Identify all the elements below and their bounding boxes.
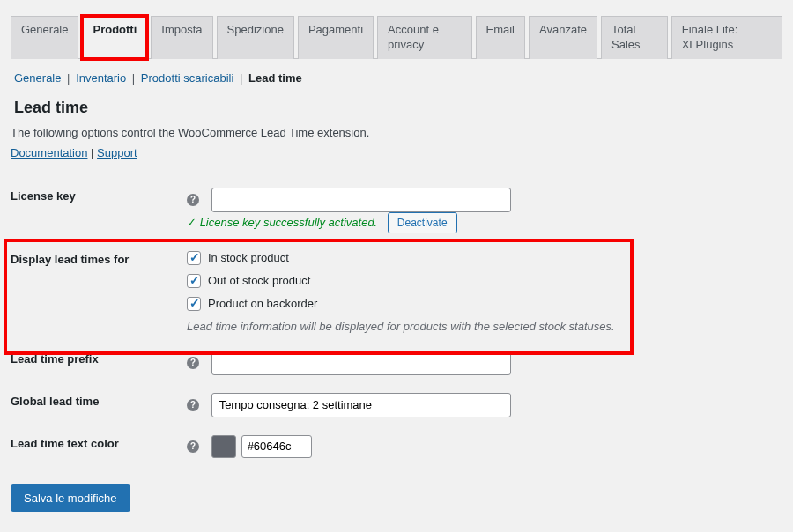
checkbox-out-of-stock[interactable] [187, 274, 201, 288]
subnav-inventario[interactable]: Inventario [76, 71, 126, 85]
checkbox-in-stock[interactable] [187, 251, 201, 265]
tab-spedizione[interactable]: Spedizione [217, 16, 294, 59]
sub-nav: Generale | Inventario | Prodotti scarica… [14, 71, 782, 85]
tab-imposta[interactable]: Imposta [151, 16, 212, 59]
tab-finale-lite[interactable]: Finale Lite: XLPlugins [671, 16, 782, 59]
tab-avanzate[interactable]: Avanzate [529, 16, 597, 59]
global-lead-time-input[interactable] [211, 393, 511, 417]
section-title: Lead time [14, 99, 782, 117]
help-icon[interactable]: ? [187, 440, 199, 453]
lead-time-prefix-label: Lead time prefix [11, 342, 187, 384]
tab-total-sales[interactable]: Total Sales [601, 16, 668, 59]
lead-time-color-label: Lead time text color [11, 426, 187, 467]
tab-email[interactable]: Email [476, 16, 526, 59]
tab-account-privacy[interactable]: Account e privacy [377, 16, 471, 59]
separator: | [67, 71, 70, 85]
support-link[interactable]: Support [97, 146, 137, 159]
license-status: License key successfully activated. [187, 216, 377, 229]
display-lead-times-label: Display lead times for [11, 242, 187, 342]
subnav-generale[interactable]: Generale [14, 71, 61, 85]
tab-pagamenti[interactable]: Pagamenti [298, 16, 374, 59]
subnav-prodotti-scaricabili[interactable]: Prodotti scaricabili [141, 71, 234, 85]
global-lead-time-label: Global lead time [11, 384, 187, 426]
settings-form: License key ? License key successfully a… [11, 179, 782, 467]
separator: | [132, 71, 135, 85]
tab-generale[interactable]: Generale [11, 16, 78, 59]
option-out-of-stock: Out of stock product [208, 274, 310, 287]
save-button[interactable]: Salva le modifiche [11, 484, 130, 512]
doc-links: Documentation | Support [11, 146, 782, 159]
documentation-link[interactable]: Documentation [11, 146, 87, 159]
lead-time-prefix-input[interactable] [211, 351, 511, 375]
section-description: The following options control the WooCom… [11, 126, 782, 139]
main-tabs: Generale Prodotti Imposta Spedizione Pag… [11, 16, 782, 59]
color-swatch[interactable] [211, 435, 236, 458]
subnav-lead-time[interactable]: Lead time [248, 71, 302, 85]
display-help-text: Lead time information will be displayed … [187, 320, 782, 333]
separator: | [240, 71, 242, 85]
help-icon[interactable]: ? [187, 399, 199, 411]
option-in-stock: In stock product [208, 251, 289, 264]
help-icon[interactable]: ? [187, 194, 199, 206]
license-key-input[interactable] [211, 188, 511, 212]
tab-prodotti[interactable]: Prodotti [82, 16, 147, 59]
checkbox-backorder[interactable] [187, 297, 201, 311]
help-icon[interactable]: ? [187, 357, 199, 369]
option-backorder: Product on backorder [208, 297, 317, 310]
license-key-label: License key [11, 179, 187, 242]
color-value-input[interactable] [241, 435, 312, 458]
deactivate-button[interactable]: Deactivate [388, 212, 457, 233]
